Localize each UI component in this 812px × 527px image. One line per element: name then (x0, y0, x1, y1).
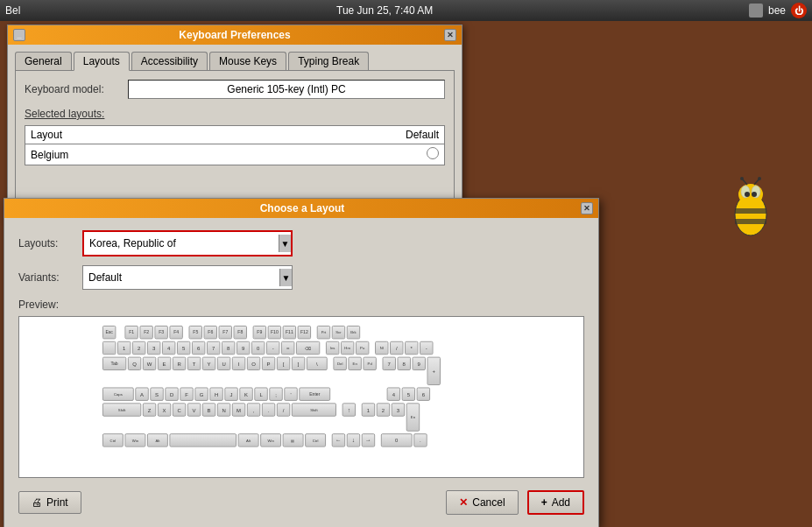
add-button[interactable]: + Add (527, 490, 584, 515)
kb-f8: F8 (234, 326, 247, 339)
layouts-label: Layouts: (18, 237, 75, 249)
kb-period: . (262, 403, 275, 416)
kb-num5: 5 (402, 388, 415, 401)
kb-num6: 6 (417, 388, 430, 401)
kb-pgdn: Pd (364, 357, 377, 370)
variants-dropdown-arrow[interactable]: ▼ (279, 269, 292, 286)
kb-num-row: 1 2 3 4 5 6 7 8 9 0 - = ⌫ Ins Hm Pu (102, 341, 441, 355)
kb-num4: 4 (387, 388, 400, 401)
kb-f11: F11 (283, 326, 296, 339)
layouts-table: Layout Default Belgium (25, 126, 444, 165)
svg-rect-2 (735, 208, 766, 214)
kb-slash: / (277, 403, 290, 416)
taskbar-hostname: Bel (5, 4, 20, 17)
col-layout: Layout (25, 126, 245, 144)
kb-r: R (173, 357, 186, 370)
variants-dropdown[interactable]: Default ▼ (82, 265, 293, 290)
kb-del: Del (334, 357, 347, 370)
layouts-table-container: Layout Default Belgium (25, 125, 445, 165)
choose-layout-window: Choose a Layout ✕ Layouts: Korea, Republ… (4, 198, 599, 527)
kb-enter: Enter (299, 388, 330, 401)
col-default: Default (245, 126, 444, 144)
keyboard-preferences-window: _ Keyboard Preferences ✕ General Layouts… (7, 25, 462, 219)
power-icon[interactable]: ⏻ (791, 3, 807, 18)
layout-name: Belgium (25, 144, 245, 165)
kb-num2: 2 (377, 403, 390, 416)
kb-lshift: Shift (102, 403, 141, 416)
kb-4: 4 (162, 341, 175, 355)
kb-num0: 0 (381, 433, 413, 446)
kb-semicolon: ; (269, 388, 282, 401)
kb-rmeta: Win (260, 433, 281, 446)
kb-prtsc: Prt (317, 326, 330, 339)
kb-numadd: + (427, 357, 441, 385)
kb-menu: ▤ (283, 433, 304, 446)
kb-pgup: Pu (356, 341, 369, 355)
kb-asdf-row: Caps A S D F G H J K L ; ' Enter 4 (102, 388, 441, 401)
kb-s: S (150, 388, 163, 401)
close-button[interactable]: ✕ (444, 29, 456, 41)
tab-layouts[interactable]: Layouts (74, 52, 130, 71)
layouts-dropdown[interactable]: Korea, Republic of ▼ (82, 230, 293, 256)
default-radio[interactable] (427, 147, 439, 159)
kb-f: F (180, 388, 193, 401)
tab-typing-break[interactable]: Typing Break (288, 52, 369, 70)
kb-o: O (247, 357, 260, 370)
kb-d: D (165, 388, 178, 401)
titlebar-controls: _ (13, 29, 25, 41)
kb-numdot: . (413, 433, 427, 446)
selected-layouts-label: Selected layouts: (25, 108, 445, 120)
kb-8: 8 (222, 341, 235, 355)
kb-6: 6 (192, 341, 205, 355)
kb-7: 7 (207, 341, 220, 355)
print-button[interactable]: 🖨 Print (18, 491, 81, 514)
kb-capslock: Caps (102, 388, 134, 401)
layouts-dropdown-value: Korea, Republic of (89, 237, 176, 249)
kb-comma: , (247, 403, 260, 416)
kb-f9: F9 (253, 326, 266, 339)
kb-e: E (158, 357, 171, 370)
taskbar-datetime: Tue Jun 25, 7:40 AM (336, 4, 433, 17)
kb-quote: ' (284, 388, 297, 401)
kb-5: 5 (177, 341, 190, 355)
kb-backspace: ⌫ (296, 341, 320, 355)
taskbar: Bel Tue Jun 25, 7:40 AM bee ⏻ (0, 0, 812, 21)
svg-point-12 (758, 177, 761, 180)
kb-backtick (102, 341, 116, 355)
choose-layout-titlebar: Choose a Layout ✕ (4, 199, 598, 218)
kb-k: K (239, 388, 252, 401)
choose-layout-content: Layouts: Korea, Republic of ▼ Variants: … (4, 218, 598, 527)
kb-b: B (202, 403, 215, 416)
kb-space (170, 433, 237, 446)
add-label: Add (552, 496, 570, 509)
kb-g: G (194, 388, 208, 401)
kb-left: ← (332, 433, 345, 446)
kb-rshift: Shift (292, 403, 336, 416)
tab-accessibility[interactable]: Accessibility (131, 52, 208, 70)
button-row: 🖨 Print ✕ Cancel + Add (18, 490, 584, 515)
minimize-button[interactable]: _ (13, 29, 25, 41)
tab-general[interactable]: General (15, 52, 72, 70)
kb-t: T (187, 357, 201, 370)
kb-f10: F10 (268, 326, 281, 339)
kb-lbrace: [ (277, 357, 290, 370)
kb-v: V (187, 403, 201, 416)
taskbar-right: bee ⏻ (749, 3, 807, 18)
kb-9: 9 (237, 341, 250, 355)
kb-numdiv: / (390, 341, 403, 355)
kb-f3: F3 (155, 326, 168, 339)
kb-x: X (158, 403, 171, 416)
tab-mouse-keys[interactable]: Mouse Keys (209, 52, 286, 70)
choose-layout-close-button[interactable]: ✕ (581, 202, 593, 214)
kb-lctrl: Ctrl (102, 433, 124, 446)
kb-p: P (262, 357, 275, 370)
kb-l: L (254, 388, 267, 401)
variants-label: Variants: (18, 271, 75, 284)
kb-pause: Brk (347, 326, 360, 339)
radio-cell (245, 144, 444, 165)
cancel-button[interactable]: ✕ Cancel (446, 490, 518, 515)
kb-scrlk: Scr (332, 326, 345, 339)
table-row: Belgium (25, 144, 444, 165)
taskbar-username: bee (768, 4, 786, 17)
layouts-dropdown-arrow[interactable]: ▼ (279, 235, 291, 252)
